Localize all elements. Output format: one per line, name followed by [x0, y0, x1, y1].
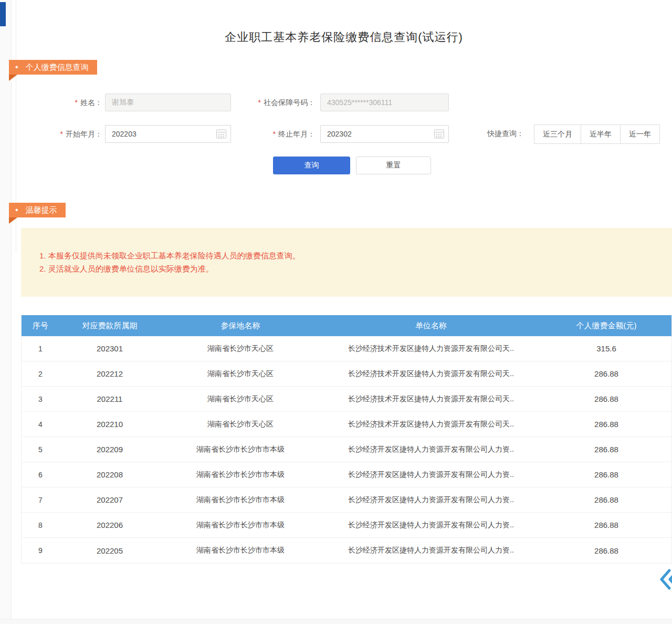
name-label: *姓名：	[50, 98, 102, 108]
start-month-label: *开始年月：	[42, 130, 102, 139]
column-header-place: 参保地名称	[160, 321, 321, 331]
end-month-value: 202302	[327, 130, 352, 138]
section-badge-query: • 个人缴费信息查询	[9, 60, 97, 75]
section-badge-query-tail	[9, 75, 17, 81]
quick-button-3months[interactable]: 近三个月	[534, 124, 581, 144]
column-header-period: 对应费款所属期	[59, 321, 160, 331]
bullet-icon: •	[15, 203, 18, 217]
table-header-row: 序号 对应费款所属期 参保地名称 单位名称 个人缴费金额(元)	[22, 315, 671, 336]
ssn-value: 430525******306111	[327, 98, 392, 107]
notice-line: 2. 灵活就业人员的缴费单位信息以实际缴费为准。	[39, 262, 672, 275]
quick-query-label: 快捷查询：	[487, 129, 524, 139]
table-row: 8 202206 湖南省长沙市长沙市市本级 长沙经济开发区捷特人力资源开发有限公…	[22, 513, 671, 538]
required-asterisk: *	[273, 130, 276, 138]
required-asterisk: *	[75, 98, 78, 107]
required-asterisk: *	[60, 130, 63, 138]
ssn-field[interactable]: 430525******306111	[320, 93, 449, 111]
table-row: 7 202207 湖南省长沙市长沙市市本级 长沙经济开发区捷特人力资源开发有限公…	[22, 487, 671, 513]
quick-query-group: 近三个月 近半年 近一年	[534, 124, 660, 144]
section-badge-tips-label: 温馨提示	[26, 203, 57, 217]
results-table: 序号 对应费款所属期 参保地名称 单位名称 个人缴费金额(元) 1 202301…	[21, 315, 672, 564]
table-row: 1 202301 湖南省长沙市天心区 长沙经济技术开发区捷特人力资源开发有限公司…	[22, 336, 671, 361]
calendar-icon[interactable]	[216, 130, 226, 139]
quick-button-halfyear[interactable]: 近半年	[581, 124, 621, 144]
ssn-label: *社会保障号码：	[239, 98, 315, 108]
left-rail	[0, 0, 12, 624]
table-row: 3 202211 湖南省长沙市天心区 长沙经济技术开发区捷特人力资源开发有限公司…	[22, 387, 671, 412]
table-row: 6 202208 湖南省长沙市长沙市市本级 长沙经济开发区捷特人力资源开发有限公…	[22, 462, 671, 487]
end-month-field[interactable]: 202302	[320, 125, 449, 143]
name-field[interactable]: 谢旭泰	[105, 93, 231, 111]
table-row: 9 202205 湖南省长沙市长沙市市本级 长沙经济开发区捷特人力资源开发有限公…	[22, 538, 671, 563]
section-badge-query-label: 个人缴费信息查询	[26, 60, 89, 75]
notice-line: 1. 本服务仅提供尚未领取企业职工基本养老保险待遇人员的缴费信息查询。	[39, 249, 672, 262]
notice-box: 1. 本服务仅提供尚未领取企业职工基本养老保险待遇人员的缴费信息查询。 2. 灵…	[21, 228, 672, 297]
required-asterisk: *	[258, 98, 261, 107]
column-header-amount: 个人缴费金额(元)	[541, 321, 671, 331]
name-value: 谢旭泰	[112, 98, 134, 107]
start-month-value: 202203	[112, 130, 136, 138]
double-chevron-left-icon[interactable]	[657, 568, 672, 590]
reset-button[interactable]: 重置	[356, 157, 431, 174]
table-row: 4 202210 湖南省长沙市天心区 长沙经济技术开发区捷特人力资源开发有限公司…	[22, 412, 671, 437]
table-row: 5 202209 湖南省长沙市长沙市市本级 长沙经济开发区捷特人力资源开发有限公…	[22, 437, 671, 462]
pension-query-page: { "page": { "title": "企业职工基本养老保险缴费信息查询(试…	[0, 0, 672, 624]
query-button[interactable]: 查询	[273, 157, 350, 174]
column-header-company: 单位名称	[321, 321, 541, 331]
bottom-strip	[0, 619, 672, 624]
page-title: 企业职工基本养老保险缴费信息查询(试运行)	[16, 29, 672, 45]
table-row: 2 202212 湖南省长沙市天心区 长沙经济技术开发区捷特人力资源开发有限公司…	[22, 361, 671, 387]
start-month-field[interactable]: 202203	[105, 125, 231, 143]
column-header-seq: 序号	[22, 321, 59, 331]
end-month-label: *终止年月：	[257, 130, 315, 139]
bullet-icon: •	[15, 60, 18, 75]
sidebar-corner-block	[0, 2, 6, 26]
section-badge-tips: • 温馨提示	[9, 203, 66, 217]
quick-button-1year[interactable]: 近一年	[620, 124, 660, 144]
calendar-icon[interactable]	[434, 130, 444, 139]
section-badge-tips-tail	[9, 217, 17, 224]
